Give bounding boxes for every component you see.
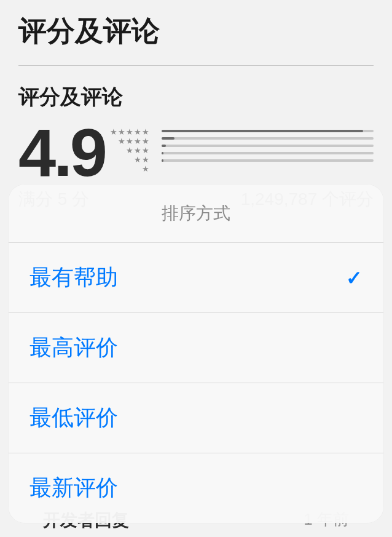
star-histogram-bars [162,130,374,162]
option-label: 最新评价 [29,473,118,503]
page-title: 评分及评论 [18,12,374,66]
rating-score: 4.9 [18,119,105,186]
option-label: 最高评价 [29,333,118,363]
sort-option-lowest[interactable]: 最低评价 [9,383,383,453]
section-title: 评分及评论 [18,83,374,111]
sort-option-newest[interactable]: 最新评价 [9,453,383,523]
sort-option-highest[interactable]: 最高评价 [9,313,383,383]
option-label: 最低评价 [29,403,118,433]
rating-summary: 4.9 ★★★★★ ★★★★ ★★★ ★★ ★ [18,119,374,186]
checkmark-icon: ✓ [346,266,363,290]
option-label: 最有帮助 [29,263,118,293]
star-histogram-labels: ★★★★★ ★★★★ ★★★ ★★ ★ [110,128,149,173]
sort-option-most-helpful[interactable]: 最有帮助 ✓ [9,243,383,313]
sort-action-sheet: 排序方式 最有帮助 ✓ 最高评价 最低评价 最新评价 [9,185,383,523]
sheet-title: 排序方式 [9,185,383,243]
